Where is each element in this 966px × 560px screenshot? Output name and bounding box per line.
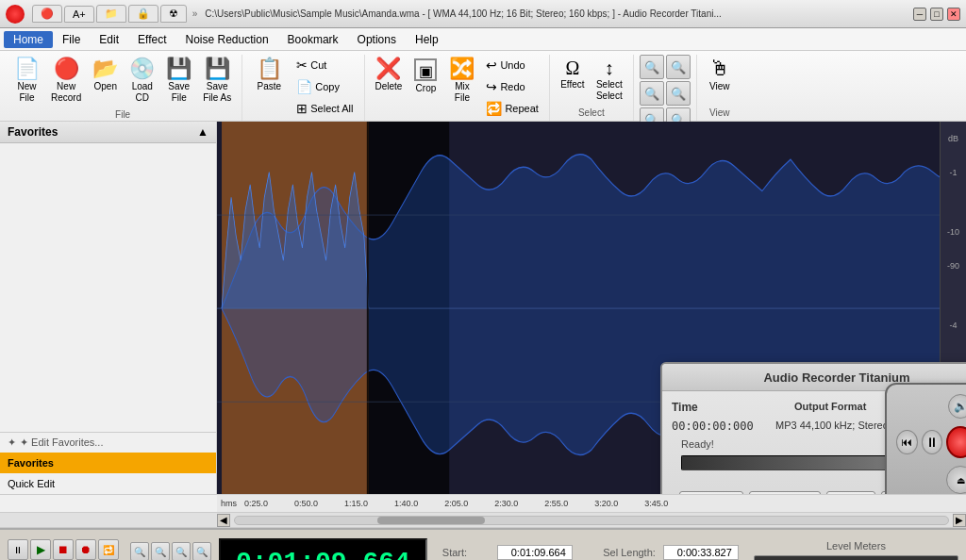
- pause-button[interactable]: ⏸: [922, 430, 943, 454]
- ribbon-group-view: 🖱 View View: [697, 55, 742, 121]
- eject-button[interactable]: ⏏: [946, 466, 966, 494]
- play-button[interactable]: ▶: [30, 539, 51, 560]
- sidebar-collapse-button[interactable]: ▲: [197, 125, 208, 139]
- menu-bar: Home File Edit Effect Noise Reduction Bo…: [0, 28, 966, 51]
- open-icon: 📂: [92, 58, 118, 79]
- timeline[interactable]: hms 0:25.0 0:50.0 1:15.0 1:40.0 2:05.0 2…: [217, 495, 966, 512]
- save-file-as-icon: 💾: [205, 58, 230, 79]
- tab-4[interactable]: 🔒: [128, 5, 158, 23]
- schedule-button[interactable]: Schedule: [749, 491, 821, 494]
- prev-button[interactable]: ⏮: [896, 430, 918, 454]
- sidebar-title: Favorites: [8, 125, 58, 139]
- options-button[interactable]: Options: [679, 491, 743, 494]
- save-file-as-button[interactable]: 💾 SaveFile As: [198, 55, 236, 107]
- horizontal-scrollbar[interactable]: ◀ ▶: [0, 513, 966, 528]
- view-group-label: View: [703, 106, 737, 121]
- recorder-widget: 🔊 ⏮ ⏸ ⏹ ⏭ ⏏ −: [885, 383, 966, 494]
- menu-options[interactable]: Options: [348, 31, 406, 48]
- save-file-icon: 💾: [166, 58, 192, 79]
- menu-help[interactable]: Help: [406, 31, 448, 48]
- scrollbar-track[interactable]: [234, 516, 949, 525]
- cut-icon: ✂: [296, 58, 308, 73]
- stop-button[interactable]: ⏹: [53, 539, 74, 560]
- load-cd-icon: 💿: [129, 58, 155, 79]
- loop-toggle-button[interactable]: 🔁: [98, 539, 119, 560]
- effect-button[interactable]: Ω Effect: [556, 55, 590, 94]
- undo-button[interactable]: ↩ Undo: [481, 55, 542, 75]
- redo-icon: ↪: [486, 79, 497, 94]
- cut-button[interactable]: ✂ Cut: [291, 55, 358, 75]
- zoom-fit-sm-button[interactable]: 🔍: [192, 542, 211, 560]
- tab-3[interactable]: 📁: [96, 5, 126, 23]
- delete-icon: ❌: [375, 58, 401, 79]
- select-icon: ↕: [605, 58, 614, 77]
- ribbon-group-select: Ω Effect ↕ SelectSelect Select: [550, 55, 634, 121]
- help-button[interactable]: Help: [826, 491, 876, 494]
- record-button[interactable]: [946, 426, 966, 458]
- level-meters-area: Level Meters: [754, 540, 958, 560]
- save-file-button[interactable]: 💾 SaveFile: [161, 55, 196, 107]
- ribbon-group-clipboard: 📋 Paste ✂ Cut 📄 Copy ⊞ Select All Clipbo…: [242, 55, 364, 121]
- tab-2[interactable]: A+: [64, 6, 94, 23]
- volume-button[interactable]: 🔊: [948, 394, 966, 419]
- timeline-mark-9: 3:45.0: [644, 499, 668, 508]
- redo-button[interactable]: ↪ Redo: [481, 76, 542, 97]
- sidebar: Favorites ▲ ✦ ✦ Edit Favorites... Favori…: [0, 122, 217, 494]
- zoom-fit-button[interactable]: 🔍: [666, 81, 691, 106]
- loop-button[interactable]: ⏸: [8, 539, 28, 560]
- start-value: 0:01:09.664: [497, 545, 573, 560]
- load-cd-button[interactable]: 💿 LoadCD: [125, 55, 159, 107]
- menu-home[interactable]: Home: [4, 31, 53, 48]
- title-path: C:\Users\Public\Music\Sample Music\Amand…: [205, 8, 913, 19]
- select-all-button[interactable]: ⊞ Select All: [291, 98, 358, 119]
- window-controls: ─ □ ✕: [913, 8, 960, 21]
- sel-length-label: Sel Length:: [580, 547, 656, 558]
- waveform-area[interactable]: dB -1 -10 -90 -4 -10 -90 -1 Audio Record…: [217, 122, 966, 494]
- crop-icon: ▣: [414, 58, 437, 81]
- sidebar-item-quick-edit[interactable]: Quick Edit: [0, 473, 216, 494]
- mix-file-button[interactable]: 🔀 MixFile: [444, 55, 479, 107]
- ribbon-group-file: 📄 NewFile 🔴 NewRecord 📂 Open 💿 LoadCD 💾 …: [4, 55, 242, 121]
- new-file-button[interactable]: 📄 NewFile: [9, 55, 44, 107]
- crop-button[interactable]: ▣ Crop: [408, 55, 442, 98]
- select-button[interactable]: ↕ SelectSelect: [591, 55, 627, 106]
- tab-5[interactable]: ☢: [160, 5, 187, 23]
- menu-bookmark[interactable]: Bookmark: [278, 31, 348, 48]
- menu-noise[interactable]: Noise Reduction: [176, 31, 278, 48]
- copy-button[interactable]: 📄 Copy: [291, 76, 358, 97]
- view-button[interactable]: 🖱 View: [703, 55, 737, 96]
- zoom-sel-sm-button[interactable]: 🔍: [172, 542, 191, 560]
- close-button[interactable]: ✕: [947, 8, 960, 21]
- file-group-label: File: [9, 107, 236, 123]
- zoom-out-sm-button[interactable]: 🔍: [151, 542, 170, 560]
- new-record-button[interactable]: 🔴 NewRecord: [46, 55, 86, 107]
- zoom-in-sm-button[interactable]: 🔍: [130, 542, 149, 560]
- maximize-button[interactable]: □: [930, 8, 943, 21]
- sidebar-item-favorites[interactable]: Favorites: [0, 453, 216, 473]
- sidebar-header: Favorites ▲: [0, 122, 216, 143]
- scrollbar-thumb[interactable]: [377, 517, 484, 524]
- sidebar-footer: ✦ ✦ Edit Favorites... Favorites Quick Ed…: [0, 432, 216, 494]
- copy-icon: 📄: [296, 79, 312, 94]
- app-icon: [6, 5, 25, 24]
- bottom-bar: ⏸ ▶ ⏹ ⏺ 🔁 ⏮ ⏪ ⏩ ⏭ ⏺ 🔍 🔍 🔍 🔍 🔍 🔍 🔍 🔍: [0, 528, 966, 560]
- repeat-button[interactable]: 🔁 Repeat: [481, 98, 542, 119]
- minimize-button[interactable]: ─: [913, 8, 926, 21]
- title-bar: 🔴 A+ 📁 🔒 ☢ » C:\Users\Public\Music\Sampl…: [0, 0, 966, 28]
- timeline-mark-2: 0:50.0: [294, 499, 318, 508]
- scroll-right-button[interactable]: ▶: [953, 514, 966, 527]
- menu-file[interactable]: File: [53, 31, 90, 48]
- zoom-sel-button[interactable]: 🔍: [640, 81, 664, 106]
- open-button[interactable]: 📂 Open: [88, 55, 123, 96]
- scroll-left-button[interactable]: ◀: [217, 514, 230, 527]
- tab-1[interactable]: 🔴: [32, 5, 62, 23]
- menu-effect[interactable]: Effect: [128, 31, 175, 48]
- timeline-mark-1: 0:25.0: [244, 499, 268, 508]
- paste-button[interactable]: 📋 Paste: [248, 55, 290, 96]
- zoom-out-button[interactable]: 🔍: [666, 55, 691, 79]
- menu-edit[interactable]: Edit: [90, 31, 128, 48]
- edit-favorites-button[interactable]: ✦ ✦ Edit Favorites...: [0, 433, 216, 453]
- delete-button[interactable]: ❌ Delete: [371, 55, 408, 96]
- zoom-in-button[interactable]: 🔍: [640, 55, 664, 79]
- record-main-button[interactable]: ⏺: [75, 539, 96, 560]
